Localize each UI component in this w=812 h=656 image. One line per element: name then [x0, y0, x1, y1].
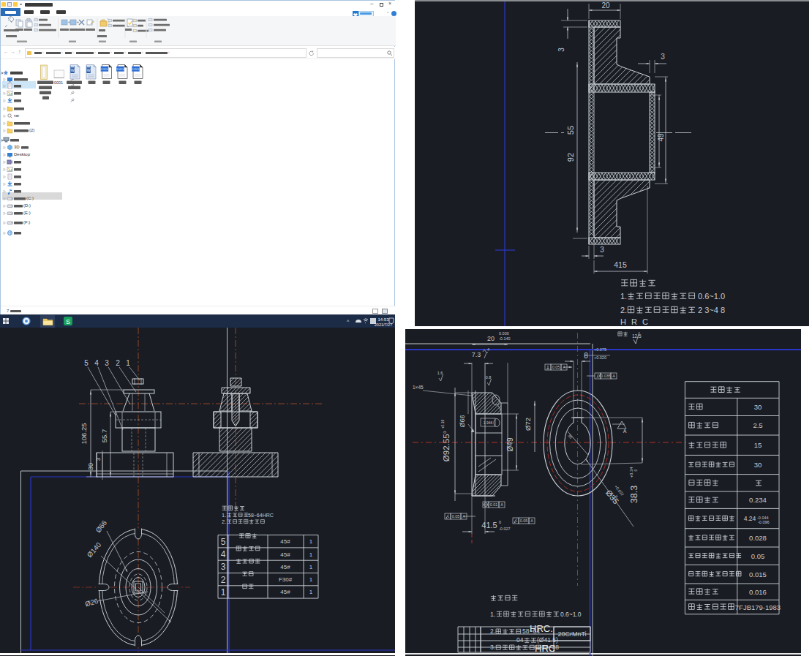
svg-text:0001: 0001: [54, 80, 63, 85]
svg-text:2.: 2.: [222, 519, 226, 525]
svg-text:1: 1: [309, 551, 313, 558]
svg-text:55.7: 55.7: [100, 429, 108, 443]
svg-text:30: 30: [754, 461, 762, 469]
svg-text:3: 3: [557, 48, 565, 52]
svg-text:Ø49: Ø49: [506, 437, 514, 451]
svg-text:A: A: [612, 374, 615, 378]
svg-text:DWG: DWG: [117, 67, 124, 71]
svg-text:2: 2: [221, 575, 226, 585]
svg-text:20: 20: [601, 1, 610, 10]
svg-text:0.05: 0.05: [552, 365, 560, 369]
svg-text:3: 3: [95, 457, 102, 461]
svg-text:1: 1: [126, 359, 130, 367]
svg-text:30: 30: [87, 463, 94, 470]
svg-text:0.6~1.0: 0.6~1.0: [560, 611, 582, 618]
svg-text:106.25: 106.25: [80, 423, 88, 444]
svg-text:0.028: 0.028: [749, 534, 767, 542]
svg-text:2.5: 2.5: [753, 421, 762, 429]
svg-text:HRC.: HRC.: [530, 623, 553, 634]
svg-text:4.24: 4.24: [744, 515, 756, 522]
svg-text:4: 4: [487, 347, 489, 352]
svg-text:415: 415: [614, 260, 627, 269]
svg-text:04: 04: [516, 636, 524, 644]
svg-text:0.05: 0.05: [452, 514, 460, 519]
svg-text:1.: 1.: [490, 611, 496, 618]
svg-text:2: 2: [116, 359, 120, 367]
svg-text:1: 1: [309, 589, 313, 595]
svg-text:1.946: 1.946: [484, 421, 493, 425]
svg-text:1.6: 1.6: [437, 371, 443, 375]
svg-text:0.05: 0.05: [520, 519, 528, 523]
svg-text:30: 30: [754, 403, 762, 411]
svg-text:A: A: [623, 429, 627, 434]
svg-text:58~64HRC: 58~64HRC: [248, 513, 274, 518]
svg-text:45#: 45#: [280, 589, 290, 595]
svg-text:-0.140: -0.140: [499, 336, 511, 341]
svg-text:1: 1: [309, 538, 313, 545]
svg-text:38.3: 38.3: [629, 486, 639, 503]
svg-text:49: 49: [657, 133, 665, 142]
svg-text:14:53: 14:53: [377, 317, 389, 322]
svg-text:2 3~4 8: 2 3~4 8: [698, 306, 725, 314]
svg-text:1.: 1.: [620, 292, 627, 301]
svg-text:1: 1: [309, 564, 313, 570]
svg-text:5: 5: [84, 359, 89, 367]
svg-text:A: A: [500, 502, 503, 507]
svg-text:3: 3: [661, 53, 665, 61]
svg-text:0.016: 0.016: [749, 588, 767, 596]
svg-text:0.05: 0.05: [751, 552, 765, 560]
svg-text:5: 5: [221, 537, 226, 547]
svg-text:3: 3: [105, 359, 109, 367]
svg-text:0.015: 0.015: [749, 570, 767, 578]
svg-text:4: 4: [221, 549, 226, 559]
svg-text:0.8: 0.8: [486, 375, 492, 380]
svg-text:A: A: [530, 519, 533, 523]
svg-text:3: 3: [600, 246, 604, 254]
svg-text:DWG: DWG: [101, 67, 108, 71]
svg-text:+0.34: +0.34: [629, 467, 634, 478]
svg-text:45#: 45#: [280, 564, 290, 570]
svg-text:0.000: 0.000: [499, 331, 509, 336]
svg-text:-0.027: -0.027: [499, 527, 511, 531]
svg-text:20CrMnTi: 20CrMnTi: [557, 630, 586, 638]
svg-text:15: 15: [754, 441, 762, 449]
svg-text:7.3: 7.3: [472, 351, 481, 358]
svg-text:HRC: HRC: [535, 643, 555, 654]
svg-text:Ø66: Ø66: [459, 415, 466, 427]
svg-text:-0.096: -0.096: [758, 520, 770, 524]
svg-text:0: 0: [634, 469, 638, 471]
svg-text:1: 1: [221, 587, 226, 597]
svg-text:W: W: [87, 68, 91, 72]
svg-text:1: 1: [309, 576, 313, 583]
svg-text:W: W: [71, 68, 75, 72]
svg-text:12.5: 12.5: [632, 333, 642, 339]
svg-text:0.234: 0.234: [749, 496, 767, 504]
svg-text:0.01: 0.01: [490, 502, 498, 507]
svg-text:Ø92.55°: Ø92.55°: [442, 431, 451, 461]
svg-text:45#: 45#: [280, 538, 290, 545]
svg-text:92: 92: [566, 153, 575, 162]
svg-text:3: 3: [221, 562, 226, 572]
svg-text:7FJB179-1983: 7FJB179-1983: [735, 603, 781, 611]
svg-text:DWG: DWG: [132, 67, 140, 71]
svg-text:0.035: 0.035: [601, 374, 611, 378]
svg-text:45#: 45#: [280, 551, 290, 558]
svg-text:2.: 2.: [620, 306, 627, 314]
svg-text:20: 20: [487, 335, 495, 342]
svg-text:2.: 2.: [490, 627, 495, 635]
svg-text:S: S: [66, 318, 70, 325]
svg-text:F30#: F30#: [279, 576, 293, 583]
svg-text:41.5: 41.5: [481, 521, 497, 529]
svg-text:1×45: 1×45: [413, 385, 424, 390]
svg-text:+0.075: +0.075: [594, 347, 606, 352]
svg-text:0.6~1.0: 0.6~1.0: [698, 292, 725, 301]
svg-text:1.: 1.: [222, 512, 226, 519]
svg-text:8: 8: [584, 352, 588, 360]
svg-text:0: 0: [499, 520, 501, 524]
svg-text:^: ^: [347, 319, 350, 324]
svg-text:Ø72: Ø72: [524, 418, 532, 431]
svg-text:3.: 3.: [490, 644, 495, 651]
svg-text:4: 4: [94, 359, 99, 367]
svg-text:+0.16: +0.16: [440, 419, 445, 429]
svg-text:H R C: H R C: [620, 317, 650, 326]
